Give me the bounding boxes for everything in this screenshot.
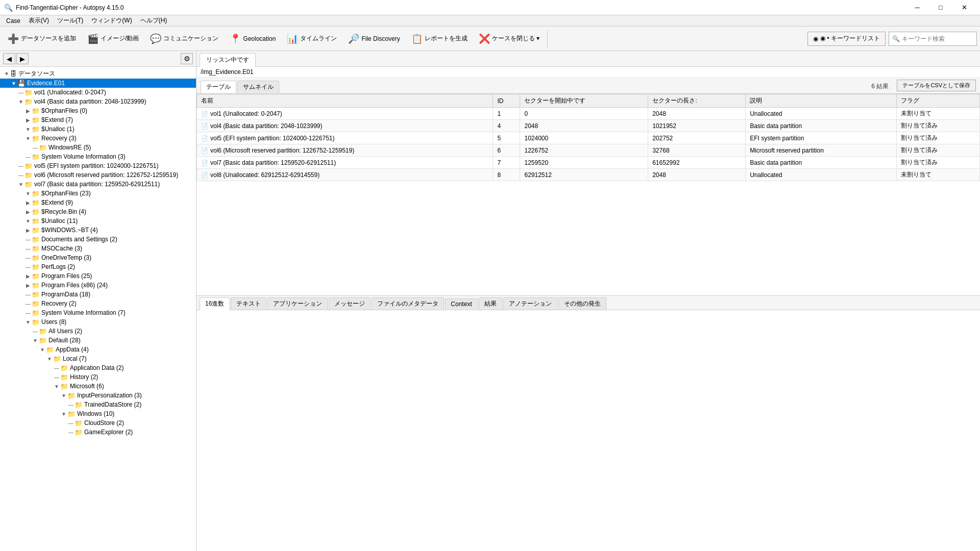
tree-item-programdata[interactable]: — 📁 ProgramData (18) (0, 290, 196, 299)
tree-item-recovery3[interactable]: ▼ 📁 Recovery (3) (0, 134, 196, 143)
gameexplorer-toggle[interactable]: — (67, 429, 75, 436)
tree-item-local[interactable]: ▼ 📁 Local (7) (0, 354, 196, 363)
generate-report-button[interactable]: 📋 レポートを生成 (407, 29, 472, 48)
bottom-tab-context[interactable]: Context (445, 298, 477, 309)
file-discovery-button[interactable]: 🔎 File Discovery (344, 29, 404, 48)
tree-item-orphan23[interactable]: ▼ 📁 $OrphanFiles (23) (0, 189, 196, 198)
unalloc1-toggle[interactable]: ▼ (24, 126, 32, 133)
evidence-toggle[interactable]: ▼ (10, 80, 17, 87)
progfiles-toggle[interactable]: ▶ (24, 272, 32, 280)
progfiles86-toggle[interactable]: ▶ (24, 282, 32, 289)
windows-toggle[interactable]: ▼ (60, 410, 67, 417)
tree-item-unalloc11[interactable]: ▼ 📁 $Unalloc (11) (0, 216, 196, 226)
maximize-button[interactable]: □ (929, 0, 952, 15)
cloudstore-toggle[interactable]: — (67, 419, 75, 427)
bottom-tab-results[interactable]: 結果 (479, 297, 502, 310)
close-case-button[interactable]: ❌ ケースを閉じる ▾ (474, 29, 544, 48)
keyword-search-input[interactable] (902, 35, 973, 42)
tree-item-cloudstore[interactable]: — 📁 CloudStore (2) (0, 418, 196, 428)
menu-view[interactable]: 表示(V) (24, 15, 53, 26)
tree-item-users[interactable]: ▼ 📁 Users (8) (0, 317, 196, 327)
tree-item-extend9[interactable]: ▶ 📁 $Extend (9) (0, 198, 196, 207)
tree-item-docs-settings[interactable]: — 📁 Documents and Settings (2) (0, 235, 196, 244)
tree-item-all-users[interactable]: — 📁 All Users (2) (0, 327, 196, 336)
tree-item-sysvolinfo7[interactable]: — 📁 System Volume Information (7) (0, 308, 196, 317)
col-description[interactable]: 説明 (746, 94, 897, 108)
minimize-button[interactable]: ─ (905, 0, 929, 15)
programdata-toggle[interactable]: — (24, 291, 32, 298)
users-toggle[interactable]: ▼ (24, 318, 32, 325)
bottom-tab-other[interactable]: その他の発生 (558, 297, 606, 310)
tree-item-recycle4[interactable]: ▶ 📁 $Recycle.Bin (4) (0, 207, 196, 216)
bottom-tab-message[interactable]: メッセージ (329, 297, 371, 310)
keyword-list-button[interactable]: ◉ ◉ • キーワードリスト (807, 32, 886, 46)
windowsre-toggle[interactable]: — (32, 144, 39, 151)
appdata2-toggle[interactable]: — (53, 364, 60, 371)
menu-window[interactable]: ウィンドウ(W) (87, 15, 136, 26)
forward-button[interactable]: ▶ (16, 53, 29, 64)
tree-item-vol5[interactable]: — 📁 vol5 (EFI system partition: 1024000-… (0, 161, 196, 170)
view-tab-table[interactable]: テーブル (201, 81, 236, 93)
table-row[interactable]: 📄vol4 (Basic data partition: 2048-102399… (197, 120, 980, 132)
tree-item-onedrivetemp[interactable]: — 📁 OneDriveTemp (3) (0, 253, 196, 262)
unalloc11-toggle[interactable]: ▼ (24, 217, 32, 224)
col-flag[interactable]: フラグ (897, 94, 980, 108)
table-row[interactable]: 📄vol7 (Basic data partition: 1259520-629… (197, 157, 980, 169)
vol4-toggle[interactable]: ▼ (17, 98, 24, 105)
perflogs-toggle[interactable]: — (24, 263, 32, 270)
table-row[interactable]: 📄vol5 (EFI system partition: 1024000-122… (197, 132, 980, 144)
tree-item-orphanfiles0[interactable]: ▶ 📁 $OrphanFiles (0) (0, 106, 196, 115)
tree-item-unalloc1[interactable]: ▼ 📁 $Unalloc (1) (0, 124, 196, 134)
col-sector-length[interactable]: セクターの長さ: (648, 94, 746, 108)
menu-tools[interactable]: ツール(T) (53, 15, 87, 26)
recycle4-toggle[interactable]: ▶ (24, 208, 32, 215)
tree-item-vol6[interactable]: — 📁 vol6 (Microsoft reserved partition: … (0, 170, 196, 180)
add-datasource-button[interactable]: ➕ データソースを追加 (3, 29, 81, 48)
tree-item-sysvolinfo[interactable]: — 📁 System Volume Information (3) (0, 152, 196, 161)
settings-button[interactable]: ⚙ (181, 53, 193, 64)
inputpers-toggle[interactable]: ▼ (60, 392, 67, 399)
tree-item-gameexplorer[interactable]: — 📁 GameExplorer (2) (0, 428, 196, 437)
msocache-toggle[interactable]: — (24, 245, 32, 252)
bottom-tab-metadata[interactable]: ファイルのメタデータ (372, 297, 444, 310)
sysvolinfo7-toggle[interactable]: — (24, 309, 32, 316)
back-button[interactable]: ◀ (3, 53, 15, 64)
tree-item-perflogs[interactable]: — 📁 PerfLogs (2) (0, 262, 196, 271)
menu-case[interactable]: Case (2, 16, 24, 26)
geolocation-button[interactable]: 📍 Geolocation (225, 29, 280, 48)
tree-item-default[interactable]: ▼ 📁 Default (28) (0, 336, 196, 345)
table-row[interactable]: 📄vol8 (Unallocated: 62912512-62914559) 8… (197, 169, 980, 181)
history-toggle[interactable]: — (53, 373, 60, 381)
col-name[interactable]: 名前 (197, 94, 493, 108)
vol1-toggle[interactable]: — (17, 89, 24, 96)
tree-item-inputpersonalization[interactable]: ▼ 📁 InputPersonalization (3) (0, 391, 196, 400)
tree-item-windowsre[interactable]: — 📁 WindowsRE (5) (0, 143, 196, 152)
csv-export-button[interactable]: テーブルをCSVとして保存 (897, 80, 976, 91)
tree-item-recovery2[interactable]: — 📁 Recovery (2) (0, 299, 196, 308)
tree-item-appdata[interactable]: ▼ 📁 AppData (4) (0, 345, 196, 354)
datasource-toggle[interactable]: ▼ (3, 70, 10, 78)
orphan0-toggle[interactable]: ▶ (24, 107, 32, 114)
windows-bt-toggle[interactable]: ▶ (24, 227, 32, 234)
tree-item-vol4[interactable]: ▼ 📁 vol4 (Basic data partition: 2048-102… (0, 97, 196, 106)
tree-item-program-files-x86[interactable]: ▶ 📁 Program Files (x86) (24) (0, 281, 196, 290)
tree-item-history[interactable]: — 📁 History (2) (0, 372, 196, 382)
listing-tab-active[interactable]: リッスン中です (200, 53, 256, 67)
extend9-toggle[interactable]: ▶ (24, 199, 32, 206)
col-id[interactable]: ID (493, 94, 520, 108)
col-sector-start[interactable]: セクターを開始中です (520, 94, 648, 108)
tree-item-windows[interactable]: ▼ 📁 Windows (10) (0, 409, 196, 418)
recovery3-toggle[interactable]: ▼ (24, 135, 32, 142)
tree-item-evidence-e01[interactable]: ▼ 💾 Evidence.E01 (0, 79, 196, 88)
view-tab-thumbnail[interactable]: サムネイル (237, 81, 279, 93)
close-button[interactable]: ✕ (952, 0, 976, 15)
data-table[interactable]: 名前 ID セクターを開始中です セクターの長さ: 説明 フラグ 📄vol1 (… (197, 94, 980, 295)
sysvolinfo-toggle[interactable]: — (24, 153, 32, 160)
menu-help[interactable]: ヘルプ(H) (136, 15, 172, 26)
tree-item-appdata2[interactable]: — 📁 Application Data (2) (0, 363, 196, 372)
microsoft-toggle[interactable]: ▼ (53, 383, 60, 390)
docs-toggle[interactable]: — (24, 236, 32, 243)
bottom-tab-hex[interactable]: 16進数 (200, 297, 230, 310)
vol6-toggle[interactable]: — (17, 171, 24, 179)
vol7-toggle[interactable]: ▼ (17, 181, 24, 188)
